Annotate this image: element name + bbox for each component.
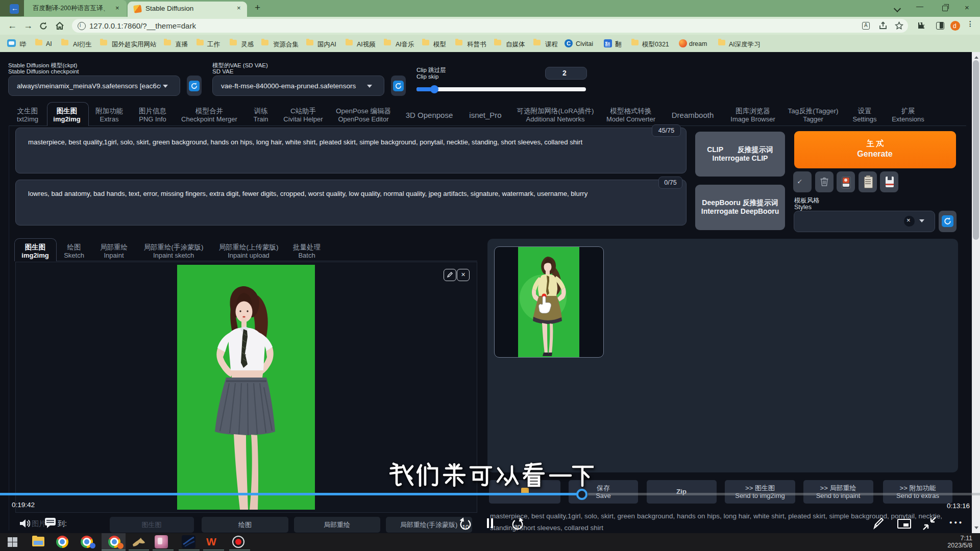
svg-text:30: 30 (514, 524, 521, 530)
svg-text:10: 10 (462, 524, 469, 530)
